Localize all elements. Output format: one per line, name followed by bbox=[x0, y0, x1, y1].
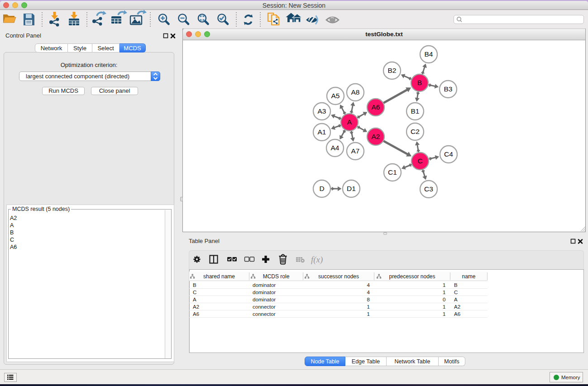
svg-text:dominator: dominator bbox=[253, 290, 276, 295]
svg-text:A2: A2 bbox=[193, 304, 199, 310]
svg-text:B3: B3 bbox=[444, 85, 453, 93]
svg-text:A2: A2 bbox=[454, 304, 460, 310]
svg-text:1: 1 bbox=[443, 304, 445, 310]
svg-text:1: 1 bbox=[367, 311, 370, 317]
svg-text:predecessor nodes: predecessor nodes bbox=[389, 273, 435, 280]
svg-text:4: 4 bbox=[367, 282, 370, 288]
svg-text:C: C bbox=[193, 290, 196, 295]
svg-text:f(x): f(x) bbox=[311, 255, 323, 265]
svg-text:1: 1 bbox=[443, 282, 445, 288]
svg-text:C3: C3 bbox=[424, 185, 433, 193]
svg-text:B: B bbox=[454, 282, 458, 288]
svg-text:C4: C4 bbox=[444, 150, 453, 158]
svg-text:B1: B1 bbox=[411, 107, 420, 115]
svg-text:connector: connector bbox=[253, 311, 276, 317]
svg-text:C1: C1 bbox=[388, 168, 397, 176]
svg-text:A6: A6 bbox=[372, 103, 380, 111]
svg-text:successor nodes: successor nodes bbox=[318, 273, 359, 280]
svg-text:C2: C2 bbox=[411, 128, 420, 135]
svg-text:name: name bbox=[462, 273, 475, 280]
svg-text:D1: D1 bbox=[347, 185, 356, 192]
svg-text:A: A bbox=[193, 297, 196, 302]
svg-text:1: 1 bbox=[443, 311, 445, 317]
svg-text:B4: B4 bbox=[425, 50, 433, 58]
svg-text:1: 1 bbox=[367, 304, 370, 310]
svg-text:A: A bbox=[347, 118, 352, 126]
svg-text:A8: A8 bbox=[351, 88, 360, 96]
svg-text:A1: A1 bbox=[318, 128, 326, 136]
svg-text:B: B bbox=[193, 282, 196, 288]
svg-text:dominator: dominator bbox=[253, 297, 276, 302]
svg-text:MCDS role: MCDS role bbox=[263, 273, 290, 280]
svg-text:A2: A2 bbox=[372, 133, 380, 140]
svg-text:B2: B2 bbox=[388, 67, 397, 74]
svg-text:1: 1 bbox=[443, 290, 445, 295]
svg-text:shared name: shared name bbox=[203, 273, 235, 280]
svg-text:A6: A6 bbox=[454, 311, 460, 317]
svg-text:C: C bbox=[454, 290, 458, 295]
svg-text:A7: A7 bbox=[351, 147, 360, 155]
svg-text:A5: A5 bbox=[331, 92, 340, 100]
svg-text:A6: A6 bbox=[193, 311, 199, 317]
svg-text:B: B bbox=[417, 79, 422, 86]
svg-text:dominator: dominator bbox=[253, 282, 276, 288]
svg-text:A3: A3 bbox=[318, 107, 326, 115]
svg-text:A4: A4 bbox=[331, 144, 339, 152]
svg-text:4: 4 bbox=[367, 290, 370, 295]
svg-text:D: D bbox=[319, 185, 324, 192]
svg-text:C: C bbox=[417, 157, 422, 165]
svg-text:8: 8 bbox=[367, 297, 370, 302]
svg-text:A: A bbox=[454, 297, 458, 302]
svg-text:0: 0 bbox=[443, 297, 445, 302]
svg-text:connector: connector bbox=[253, 304, 276, 310]
